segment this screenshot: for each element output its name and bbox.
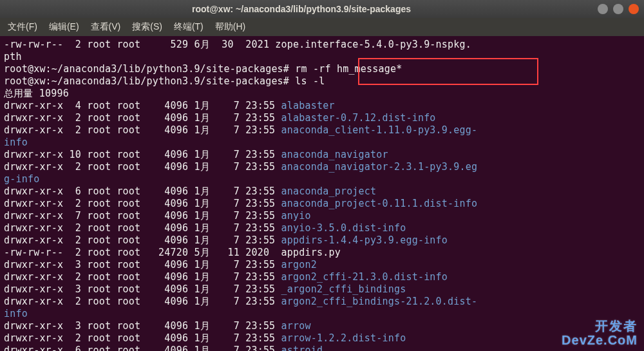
titlebar: root@xw: ~/anaconda3/lib/python3.9/site-… bbox=[0, 0, 644, 18]
menu-help[interactable]: 帮助(H) bbox=[211, 20, 249, 34]
watermark-line1: 开发者 bbox=[562, 319, 638, 333]
menu-search[interactable]: 搜索(S) bbox=[128, 20, 166, 34]
menu-terminal[interactable]: 终端(T) bbox=[170, 20, 207, 34]
window-controls bbox=[598, 4, 639, 14]
menubar: 文件(F) 编辑(E) 查看(V) 搜索(S) 终端(T) 帮助(H) bbox=[0, 18, 644, 36]
terminal-output[interactable]: -rw-rw-r-- 2 root root 529 6月 30 2021 zo… bbox=[0, 36, 644, 351]
menu-edit[interactable]: 编辑(E) bbox=[45, 20, 83, 34]
watermark: 开发者 DevZe.CoM bbox=[562, 319, 638, 347]
watermark-line2: DevZe.CoM bbox=[562, 333, 638, 347]
minimize-button[interactable] bbox=[598, 4, 608, 14]
window-title: root@xw: ~/anaconda3/lib/python3.9/site-… bbox=[5, 4, 598, 14]
maximize-button[interactable] bbox=[613, 4, 623, 14]
menu-file[interactable]: 文件(F) bbox=[4, 20, 41, 34]
close-button[interactable] bbox=[629, 4, 639, 14]
menu-view[interactable]: 查看(V) bbox=[87, 20, 125, 34]
